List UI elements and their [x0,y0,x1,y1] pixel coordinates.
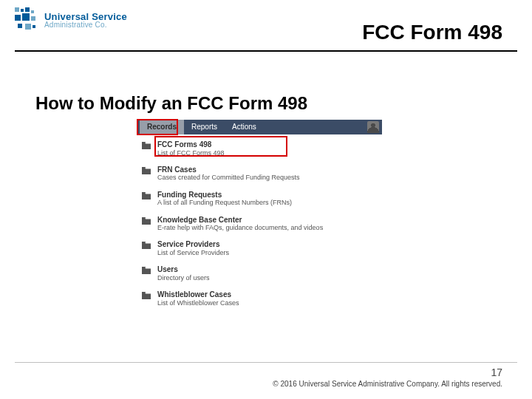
list-item-desc: E-rate help with FAQs, guidance document… [157,224,323,231]
list-item-desc: List of FCC Forms 498 [157,149,225,157]
list-item-desc: A list of all Funding Request Numbers (F… [157,199,292,206]
app-screenshot: Records Reports Actions FCC Forms 498 Li… [137,120,382,313]
folder-icon [141,291,151,300]
list-item[interactable]: Users Directory of users [137,262,382,287]
header-rule [15,50,517,52]
list-item-title: FRN Cases [157,166,300,174]
tab-reports[interactable]: Reports [184,120,225,134]
logo-mark-icon [15,7,40,33]
list-item-desc: List of Service Providers [157,249,229,256]
page-number: 17 [491,366,502,378]
list-item-desc: List of Whistleblower Cases [157,299,239,307]
folder-icon [141,166,151,175]
folder-icon [141,191,151,200]
folder-icon [141,266,151,275]
slide-header: Universal Service Administrative Co. FCC… [0,7,532,50]
footer-rule [15,362,517,363]
slide-subtitle: How to Modify an FCC Form 498 [35,93,307,114]
folder-icon [141,216,151,225]
list-item[interactable]: Knowledge Base Center E-rate help with F… [137,213,382,238]
page-title: FCC Form 498 [362,21,502,44]
logo-line2: Administrative Co. [44,21,127,29]
records-list: FCC Forms 498 List of FCC Forms 498 FRN … [137,134,382,313]
list-item-title: Whistleblower Cases [157,290,239,299]
folder-icon [141,241,151,250]
logo-line1: Universal Service [44,12,127,21]
app-navbar: Records Reports Actions [137,120,382,134]
list-item-title: Knowledge Base Center [157,216,323,225]
list-item[interactable]: FCC Forms 498 List of FCC Forms 498 [137,137,382,163]
list-item-title: Funding Requests [157,191,292,200]
list-item[interactable]: FRN Cases Cases created for Committed Fu… [137,163,382,188]
list-item-desc: Directory of users [157,274,210,282]
list-item-desc: Cases created for Committed Funding Requ… [157,174,300,181]
list-item-title: Service Providers [157,240,229,249]
tab-records[interactable]: Records [140,120,184,134]
list-item[interactable]: Whistleblower Cases List of Whistleblowe… [137,287,382,313]
list-item-title: Users [157,265,210,274]
list-item[interactable]: Service Providers List of Service Provid… [137,237,382,262]
list-item[interactable]: Funding Requests A list of all Funding R… [137,188,382,213]
tab-actions[interactable]: Actions [225,120,264,134]
copyright-text: © 2016 Universal Service Administrative … [273,380,502,388]
folder-icon [141,141,151,150]
list-item-title: FCC Forms 498 [157,140,225,149]
usac-logo: Universal Service Administrative Co. [15,7,127,33]
avatar-icon[interactable] [367,121,379,133]
logo-text: Universal Service Administrative Co. [44,12,127,29]
